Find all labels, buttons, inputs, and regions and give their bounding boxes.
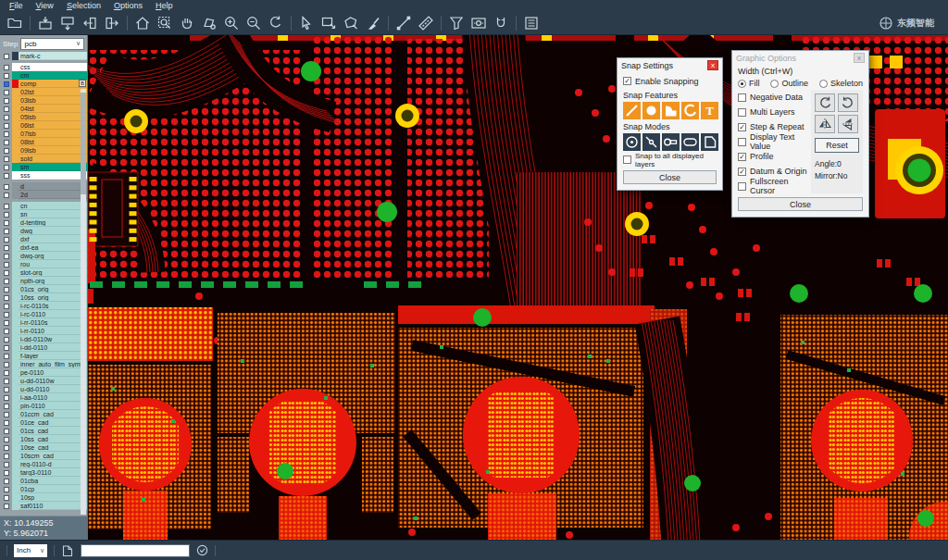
sidebar-scrollbar[interactable]: [81, 89, 86, 515]
layer-row-u-dd-0110[interactable]: u-dd-0110: [0, 385, 87, 393]
checkbox-icon[interactable]: [738, 93, 746, 102]
layer-visibility-checkbox[interactable]: [4, 362, 9, 367]
layer-visibility-checkbox[interactable]: [4, 295, 9, 301]
layer-visibility-checkbox[interactable]: [4, 420, 9, 426]
layer-visibility-checkbox[interactable]: [4, 404, 9, 409]
close-icon[interactable]: x: [854, 53, 865, 63]
layer-visibility-checkbox[interactable]: [4, 412, 9, 417]
layer-row-comp[interactable]: compB: [0, 80, 87, 88]
layer-row-01cp[interactable]: 01cp: [0, 485, 87, 493]
menu-item-help[interactable]: Help: [149, 0, 180, 11]
layer-visibility-checkbox[interactable]: [4, 320, 9, 326]
layer-row-08lst[interactable]: 08lst: [0, 138, 87, 146]
radio-icon[interactable]: [738, 80, 746, 88]
enable-snapping-checkbox[interactable]: ✓: [623, 77, 631, 85]
layer-row-01cba[interactable]: 01cba: [0, 477, 87, 485]
layer-visibility-checkbox[interactable]: [4, 140, 9, 145]
layer-visibility-checkbox[interactable]: [4, 98, 9, 104]
home-view-icon[interactable]: [132, 13, 153, 33]
layer-row-i-dd-0110w[interactable]: i-dd-0110w: [0, 335, 87, 343]
snap-all-layers-row[interactable]: Snap to all displayed layers: [623, 153, 717, 167]
layer-row-rou[interactable]: rou: [0, 260, 87, 268]
scrollbar-thumb[interactable]: [81, 93, 86, 194]
zoom-previous-icon[interactable]: [266, 13, 286, 33]
layer-visibility-checkbox[interactable]: [4, 90, 9, 95]
layer-visibility-checkbox[interactable]: [4, 237, 9, 243]
select-rect-icon[interactable]: [318, 13, 339, 33]
mirror-vertical-button[interactable]: [838, 115, 858, 133]
layer-visibility-checkbox[interactable]: [4, 148, 9, 154]
layer-visibility-checkbox[interactable]: [4, 504, 9, 509]
menu-item-view[interactable]: View: [30, 0, 60, 11]
layer-visibility-checkbox[interactable]: [4, 156, 9, 162]
layer-visibility-checkbox[interactable]: [4, 184, 9, 190]
layer-visibility-checkbox[interactable]: [4, 220, 9, 226]
layer-row-sm[interactable]: sm: [0, 163, 87, 171]
layer-row-01cs_cad[interactable]: 01cs_cad: [0, 427, 87, 435]
layer-row-dwg-org[interactable]: dwg-org: [0, 252, 87, 260]
layer-row-dwg[interactable]: dwg: [0, 227, 87, 235]
layer-visibility-checkbox[interactable]: [4, 445, 9, 451]
checkbox-icon[interactable]: ✓: [738, 153, 746, 161]
layer-visibility-checkbox[interactable]: [4, 54, 9, 59]
layer-row-i-rc-0110s[interactable]: i-rc-0110s: [0, 302, 87, 310]
layer-row-d[interactable]: d: [0, 182, 87, 191]
radio-icon[interactable]: [819, 80, 828, 88]
layer-row-pe-0110[interactable]: pe-0110: [0, 368, 87, 377]
layer-visibility-checkbox[interactable]: [4, 429, 9, 434]
unit-select[interactable]: Inch ∨: [14, 544, 47, 557]
menu-item-selection[interactable]: Selection: [60, 0, 107, 11]
import-file-icon[interactable]: [80, 13, 100, 33]
layer-row-dxf-ea[interactable]: dxf-ea: [0, 243, 87, 252]
layer-visibility-checkbox[interactable]: [4, 329, 9, 334]
menu-item-options[interactable]: Options: [107, 0, 149, 11]
layer-row-01cs_orig[interactable]: 01cs_orig: [0, 285, 87, 293]
layer-visibility-checkbox[interactable]: [4, 173, 9, 179]
menu-item-file[interactable]: File: [3, 0, 30, 11]
snap-mode-profile-button[interactable]: [701, 133, 718, 151]
layer-visibility-checkbox[interactable]: [4, 65, 9, 70]
layer-visibility-checkbox[interactable]: [4, 470, 9, 476]
layer-visibility-checkbox[interactable]: [4, 304, 9, 309]
layer-visibility-checkbox[interactable]: [4, 487, 9, 492]
zoom-window-icon[interactable]: [155, 13, 175, 33]
zoom-out-icon[interactable]: [243, 13, 264, 33]
layer-visibility-checkbox[interactable]: [4, 115, 9, 120]
layer-row-sn[interactable]: sn: [0, 210, 87, 218]
layer-visibility-checkbox[interactable]: [4, 204, 9, 209]
layer-row-mark-c[interactable]: mark-c: [0, 52, 87, 60]
checkbox-icon[interactable]: ✓: [738, 123, 746, 131]
layer-visibility-checkbox[interactable]: [4, 262, 9, 268]
layer-visibility-checkbox[interactable]: [4, 354, 9, 359]
width-radio-skeleton[interactable]: Skeleton: [819, 79, 863, 88]
layer-visibility-checkbox[interactable]: [4, 387, 9, 392]
layer-row-i-rc-0110[interactable]: i-rc-0110: [0, 310, 87, 318]
layer-row-css[interactable]: css: [0, 63, 87, 71]
layer-row-slot-org[interactable]: slot-org: [0, 268, 87, 277]
layer-row-09lsb[interactable]: 09lsb: [0, 146, 87, 155]
layer-visibility-checkbox[interactable]: [4, 81, 9, 87]
radio-icon[interactable]: [770, 80, 779, 88]
layer-visibility-checkbox[interactable]: [4, 270, 9, 276]
layer-row-02lst[interactable]: 02lst: [0, 88, 87, 96]
zoom-in-icon[interactable]: [221, 13, 242, 33]
layer-row-10se_cad[interactable]: 10se_cad: [0, 443, 87, 452]
layer-row-targ3-0110[interactable]: targ3-0110: [0, 468, 87, 477]
layer-visibility-checkbox[interactable]: [4, 229, 9, 234]
layer-visibility-checkbox[interactable]: [4, 212, 9, 218]
measure-icon[interactable]: [393, 13, 414, 33]
reset-button[interactable]: Reset: [815, 138, 859, 153]
layer-visibility-checkbox[interactable]: [4, 454, 9, 459]
view-options-icon[interactable]: [468, 13, 489, 33]
layer-row-2d[interactable]: 2d: [0, 191, 87, 199]
graphic-dialog-titlebar[interactable]: Graphic Options x: [732, 51, 868, 65]
layer-row-cm[interactable]: cm: [0, 71, 87, 80]
polygon-zoom-icon[interactable]: [199, 13, 219, 33]
save-job-icon[interactable]: [57, 13, 78, 33]
circle-check-icon[interactable]: [196, 544, 208, 556]
layer-row-reg-0110-d[interactable]: reg-0110-d: [0, 460, 87, 468]
layer-row-03lsb[interactable]: 03lsb: [0, 96, 87, 105]
snap-mode-slot-button[interactable]: [681, 133, 699, 151]
width-radio-outline[interactable]: Outline: [770, 79, 808, 88]
layer-row-04lst[interactable]: 04lst: [0, 105, 87, 113]
